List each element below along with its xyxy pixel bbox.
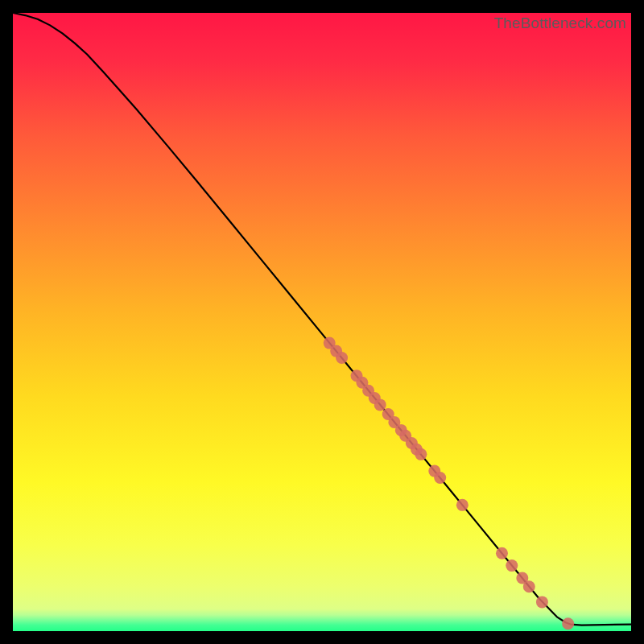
data-dot [374,398,386,411]
data-dot [415,448,427,460]
watermark-text: TheBottleneck.com [494,14,626,32]
data-dot [456,499,469,511]
data-dot [523,580,535,592]
chart-canvas [13,13,631,631]
data-dot [434,472,446,484]
data-dot [536,596,548,608]
chart-background [13,13,631,631]
data-dot [562,617,574,630]
data-dot [496,547,508,559]
data-dot [506,559,518,572]
data-dot [336,352,348,364]
chart-frame: TheBottleneck.com [0,0,644,644]
